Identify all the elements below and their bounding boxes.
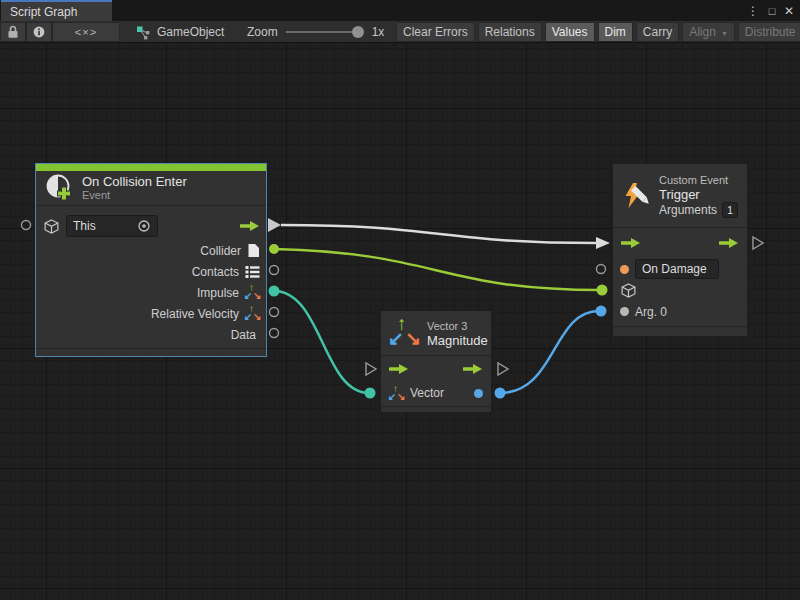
values-toggle[interactable]: Values [545, 22, 595, 42]
wire-control-flow[interactable] [281, 225, 596, 243]
code-icon: <×> [75, 26, 97, 38]
port-relative-velocity-out-empty[interactable] [270, 308, 279, 317]
info-icon [33, 25, 45, 39]
wire-magnitude-to-arg0[interactable] [500, 311, 599, 393]
port-arg0-in-connected[interactable] [596, 306, 607, 317]
tab-bar: Script Graph ⋮ □ ✕ [0, 0, 800, 21]
port-data-out-empty[interactable] [270, 329, 279, 338]
lock-button[interactable] [0, 22, 26, 42]
port-target-in-empty[interactable] [22, 221, 31, 230]
align-dropdown[interactable]: Align ▼ [682, 22, 735, 42]
distribute-dropdown[interactable]: Distribute ▼ [738, 22, 800, 42]
wire-impulse-to-vector[interactable] [274, 291, 369, 393]
gameobject-graph-icon [136, 25, 151, 40]
gameobject-breadcrumb[interactable]: GameObject [136, 22, 224, 42]
tab-script-graph[interactable]: Script Graph [1, 0, 112, 21]
zoom-slider[interactable] [286, 31, 364, 33]
graph-toolbar: <×> GameObject Zoom 1x Clear Errors Rela… [0, 21, 800, 43]
port-target-in-connected[interactable] [597, 285, 608, 296]
code-view-button[interactable]: <×> [52, 22, 120, 42]
maximize-icon[interactable]: □ [763, 0, 781, 21]
dim-toggle[interactable]: Dim [598, 22, 633, 42]
port-contacts-out-empty[interactable] [270, 266, 279, 275]
port-collider-out-connected[interactable] [269, 244, 279, 254]
wire-arrowhead [596, 237, 610, 249]
tab-label: Script Graph [10, 5, 77, 19]
clear-errors-button[interactable]: Clear Errors [396, 22, 475, 42]
port-magnitude-out-connected[interactable] [495, 388, 506, 399]
close-icon[interactable]: ✕ [780, 0, 798, 21]
port-flow-out-empty-vector3[interactable] [498, 363, 508, 375]
zoom-value: 1x [372, 25, 385, 39]
gameobject-label: GameObject [157, 25, 224, 39]
script-graph-window: Script Graph ⋮ □ ✕ <×> [0, 0, 800, 600]
window-menu-icon[interactable]: ⋮ [744, 0, 762, 21]
zoom-label: Zoom [247, 25, 278, 39]
port-trigger-out-connected[interactable] [268, 218, 281, 232]
lock-icon [7, 25, 19, 39]
graph-canvas[interactable]: On Collision Enter Event This [0, 43, 800, 600]
wire-layer [0, 43, 800, 600]
carry-toggle[interactable]: Carry [636, 22, 679, 42]
port-flow-out-empty-custom-event[interactable] [753, 237, 763, 249]
port-flow-in-empty-vector3[interactable] [366, 363, 376, 375]
zoom-knob[interactable] [352, 26, 364, 38]
port-impulse-out-connected[interactable] [269, 286, 280, 297]
relations-button[interactable]: Relations [478, 22, 542, 42]
wire-collider-to-target[interactable] [274, 249, 601, 290]
port-vector-in-connected[interactable] [365, 388, 376, 399]
info-button[interactable] [26, 22, 52, 42]
chevron-down-icon: ▼ [721, 30, 728, 37]
port-event-name-in-empty[interactable] [597, 265, 606, 274]
